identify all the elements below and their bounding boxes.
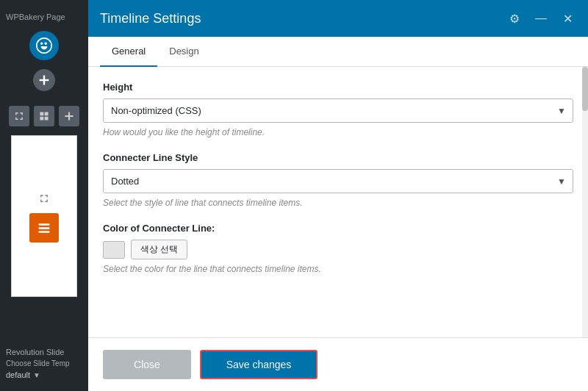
close-button[interactable]: Close bbox=[103, 350, 191, 379]
modal-body: Height Non-optimized (CSS) Optimized Fix… bbox=[88, 67, 588, 337]
height-label: Height bbox=[103, 82, 573, 93]
revolution-select-row: default ▼ bbox=[6, 370, 82, 379]
choose-slide-label: Choose Slide Temp bbox=[6, 359, 82, 367]
revolution-label: Revolution Slide bbox=[6, 348, 82, 356]
connector-style-hint: Select the style of line that connects t… bbox=[103, 198, 573, 208]
toolbar-tools bbox=[6, 103, 82, 129]
wpbakery-title: WPBakery Page bbox=[6, 12, 65, 21]
canvas-expand-icon[interactable] bbox=[35, 190, 53, 207]
color-swatch[interactable] bbox=[103, 241, 125, 259]
height-select[interactable]: Non-optimized (CSS) Optimized Fixed bbox=[103, 98, 573, 123]
modal-scroll-area: Height Non-optimized (CSS) Optimized Fix… bbox=[88, 67, 588, 337]
settings-button[interactable]: ⚙ bbox=[506, 10, 523, 27]
modal-tabs: General Design bbox=[88, 37, 588, 67]
connector-color-label: Color of Connecter Line: bbox=[103, 223, 573, 234]
svg-rect-2 bbox=[39, 231, 50, 233]
close-modal-button[interactable]: ✕ bbox=[559, 10, 576, 27]
svg-rect-0 bbox=[39, 223, 50, 226]
tab-general[interactable]: General bbox=[100, 37, 157, 67]
modal-title: Timeline Settings bbox=[100, 11, 201, 26]
scrollbar-track bbox=[582, 67, 588, 337]
modal-footer: Close Save changes bbox=[88, 337, 588, 391]
connector-style-select[interactable]: Dotted Dashed Solid Double bbox=[103, 169, 573, 193]
connector-color-field-group: Color of Connecter Line: 색상 선택 Select th… bbox=[103, 223, 573, 274]
timeline-element-block[interactable] bbox=[29, 213, 59, 243]
connector-style-select-wrapper: Dotted Dashed Solid Double ▼ bbox=[103, 169, 573, 193]
svg-rect-1 bbox=[39, 227, 50, 229]
save-changes-button[interactable]: Save changes bbox=[200, 350, 318, 379]
color-picker-area: 색상 선택 bbox=[103, 240, 573, 259]
revolution-select-value: default bbox=[6, 370, 30, 379]
timeline-settings-modal: Timeline Settings ⚙ — ✕ General Design H… bbox=[88, 0, 588, 391]
tab-design[interactable]: Design bbox=[157, 37, 210, 67]
modal-header: Timeline Settings ⚙ — ✕ bbox=[88, 0, 588, 37]
connector-style-label: Connecter Line Style bbox=[103, 152, 573, 163]
add-element-button[interactable] bbox=[33, 69, 55, 91]
grid-button[interactable] bbox=[34, 106, 54, 126]
connector-color-hint: Select the color for the line that conne… bbox=[103, 264, 573, 274]
revolution-select-arrow[interactable]: ▼ bbox=[33, 371, 40, 379]
height-field-group: Height Non-optimized (CSS) Optimized Fix… bbox=[103, 82, 573, 137]
sidebar: WPBakery Page bbox=[0, 0, 88, 391]
scrollbar-thumb[interactable] bbox=[582, 67, 588, 111]
minimize-button[interactable]: — bbox=[532, 10, 550, 27]
revolution-slide-section: Revolution Slide Choose Slide Temp defau… bbox=[0, 342, 88, 385]
modal-header-actions: ⚙ — ✕ bbox=[506, 10, 576, 27]
connector-style-field-group: Connecter Line Style Dotted Dashed Solid… bbox=[103, 152, 573, 208]
height-hint: How would you like the height of timelin… bbox=[103, 127, 573, 137]
main-area: Timeline Settings ⚙ — ✕ General Design H… bbox=[88, 0, 588, 391]
height-select-wrapper: Non-optimized (CSS) Optimized Fixed ▼ bbox=[103, 98, 573, 123]
color-select-button[interactable]: 색상 선택 bbox=[131, 240, 187, 259]
expand-button[interactable] bbox=[9, 106, 29, 126]
canvas-area bbox=[11, 135, 77, 297]
plus-button[interactable] bbox=[59, 106, 79, 126]
wordpress-logo bbox=[29, 31, 59, 60]
